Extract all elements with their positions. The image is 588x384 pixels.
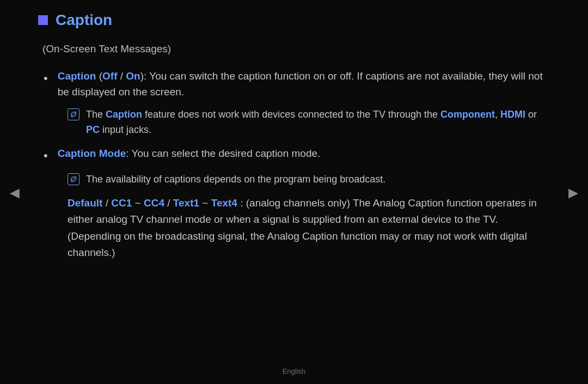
note-icon-2: Ø <box>68 173 79 185</box>
caption-slash: / <box>117 70 126 82</box>
bullet-dot-2: • <box>44 147 48 164</box>
caption-mode-label: Caption Mode <box>58 148 126 159</box>
bullet-caption-mode: • Caption Mode: You can select the desir… <box>44 145 550 164</box>
note1-pre: The <box>86 109 106 120</box>
bullet-caption-toggle: • Caption (Off / On): You can switch the… <box>44 68 550 100</box>
note-icon-1: Ø <box>68 108 79 120</box>
note-block-1: Ø The Caption feature does not work with… <box>68 107 550 138</box>
analog-tilde2: ~ <box>202 197 208 209</box>
text4-label: Text4 <box>211 197 237 209</box>
note1-end: input jacks. <box>100 124 151 135</box>
note-block-2: Ø The availability of captions depends o… <box>68 172 550 187</box>
subtitle: (On-Screen Text Messages) <box>42 41 550 57</box>
note1-pc-label: PC <box>86 124 100 135</box>
text1-label: Text1 <box>173 197 199 209</box>
note-text-2: The availability of captions depends on … <box>86 172 385 187</box>
title-row: Caption <box>38 9 550 32</box>
analog-slash1: / <box>106 197 112 209</box>
title-square-icon <box>38 15 48 25</box>
note1-mid1: feature does not work with devices conne… <box>142 109 440 120</box>
analog-tilde1: ~ <box>135 197 141 209</box>
bullet-text-caption-mode: Caption Mode: You can select the desired… <box>58 145 321 161</box>
analog-block: Default / CC1 ~ CC4 / Text1 ~ Text4 : (a… <box>68 195 550 261</box>
bullet-dot-1: • <box>44 69 48 87</box>
default-label: Default <box>68 197 102 209</box>
note1-caption-label: Caption <box>106 109 142 120</box>
bullet-text-caption: Caption (Off / On): You can switch the c… <box>58 68 550 100</box>
caption-on-label: On <box>126 70 140 82</box>
note1-comma: , <box>495 109 500 120</box>
nav-arrow-left[interactable]: ◄ <box>7 180 23 204</box>
cc4-label: CC4 <box>144 197 164 209</box>
note1-or: or <box>525 109 537 120</box>
note-text-1: The Caption feature does not work with d… <box>86 107 550 138</box>
caption-label: Caption <box>58 70 96 82</box>
analog-slash2: / <box>167 197 173 209</box>
content-area: • Caption (Off / On): You can switch the… <box>44 68 550 261</box>
caption-off-label: Off <box>102 70 117 82</box>
note1-hdmi-label: HDMI <box>500 109 525 120</box>
analog-text: Default / CC1 ~ CC4 / Text1 ~ Text4 : (a… <box>68 195 550 261</box>
nav-arrow-right[interactable]: ► <box>565 180 581 204</box>
caption-mode-desc: : You can select the desired caption mod… <box>126 148 320 159</box>
footer-language: English <box>283 366 306 377</box>
page-title: Caption <box>56 9 112 32</box>
main-content: Caption (On-Screen Text Messages) • Capt… <box>0 0 588 283</box>
cc1-label: CC1 <box>111 197 132 209</box>
note1-component-label: Component <box>440 109 495 120</box>
